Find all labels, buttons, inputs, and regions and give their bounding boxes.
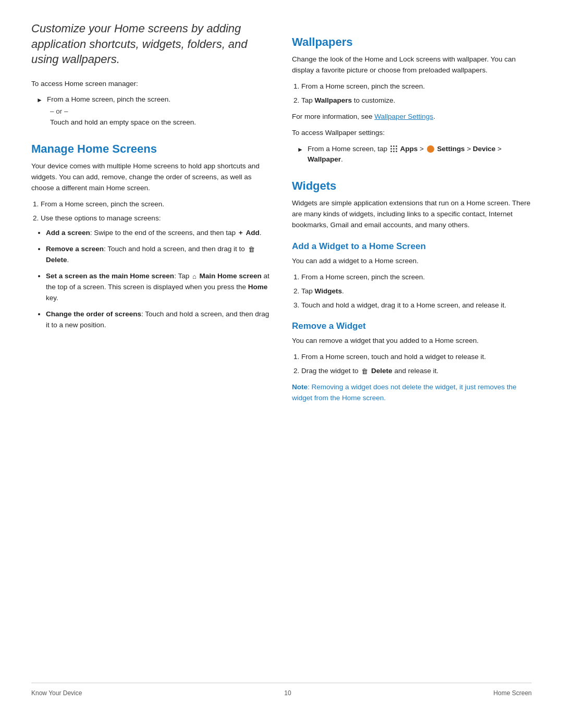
wallpapers-heading: Wallpapers bbox=[292, 35, 532, 49]
home-icon: ⌂ bbox=[192, 272, 197, 282]
plus-icon: + bbox=[239, 228, 243, 239]
remove-widget-step-1: From a Home screen, touch and hold a wid… bbox=[301, 352, 532, 363]
wallpapers-body: Change the look of the Home and Lock scr… bbox=[292, 54, 532, 76]
add-widget-step2-bold: Widgets bbox=[315, 287, 342, 295]
wallpapers-steps: From a Home screen, pinch the screen. Ta… bbox=[301, 81, 532, 106]
bullet-set-main: Set a screen as the main Home screen: Ta… bbox=[46, 271, 271, 304]
more-info-prefix: For more information, see bbox=[292, 113, 374, 120]
intro-title: Customize your Home screens by adding ap… bbox=[31, 21, 271, 67]
bullet-add-screen: Add a screen: Swipe to the end of the sc… bbox=[46, 228, 271, 239]
page: Customize your Home screens by adding ap… bbox=[0, 0, 563, 728]
bullet-set-label: Set a screen as the main Home screen bbox=[46, 272, 174, 280]
wallpapers-step-1: From a Home screen, pinch the screen. bbox=[301, 81, 532, 92]
add-widget-step-3: Touch and hold a widget, drag it to a Ho… bbox=[301, 300, 532, 311]
left-column: Customize your Home screens by adding ap… bbox=[31, 21, 271, 662]
intro-step1-text: From a Home screen, pinch the screen. bbox=[47, 94, 170, 105]
wallpapers-step2-bold: Wallpapers bbox=[315, 96, 352, 104]
arrow-icon: ► bbox=[36, 95, 43, 105]
wallpaper-bold: Wallpaper bbox=[308, 155, 341, 163]
manage-heading: Manage Home Screens bbox=[31, 142, 271, 156]
bullet-remove-screen: Remove a screen: Touch and hold a screen… bbox=[46, 244, 271, 266]
bullet-add-label: Add a screen bbox=[46, 229, 90, 237]
bullet-remove-label: Remove a screen bbox=[46, 245, 104, 253]
footer-left: Know Your Device bbox=[31, 689, 82, 697]
widgets-body: Widgets are simple application extension… bbox=[292, 198, 532, 231]
add-widget-steps: From a Home screen, pinch the screen. Ta… bbox=[301, 272, 532, 311]
footer: Know Your Device 10 Home Screen bbox=[31, 683, 532, 697]
note-body: : Removing a widget does not delete the … bbox=[292, 383, 517, 401]
content-area: Customize your Home screens by adding ap… bbox=[31, 21, 532, 662]
wallpaper-settings-link[interactable]: Wallpaper Settings bbox=[374, 113, 433, 120]
wallpapers-access-text: From a Home screen, tap Apps > Settings … bbox=[308, 144, 532, 165]
manage-step-2: Use these options to manage screens: bbox=[41, 213, 271, 224]
bullet-change-order: Change the order of screens: Touch and h… bbox=[46, 309, 271, 331]
access-label: To access Home screen manager: bbox=[31, 79, 271, 89]
trash-icon: 🗑 bbox=[248, 244, 255, 255]
add-widget-step-2: Tap Widgets. bbox=[301, 286, 532, 297]
manage-steps-list: From a Home screen, pinch the screen. Us… bbox=[41, 199, 271, 224]
trash-icon-2: 🗑 bbox=[361, 366, 368, 377]
wallpapers-step-2: Tap Wallpapers to customize. bbox=[301, 95, 532, 106]
remove-widget-heading: Remove a Widget bbox=[292, 321, 532, 331]
bullet-home-bold: Home bbox=[248, 283, 268, 291]
wallpapers-more-info: For more information, see Wallpaper Sett… bbox=[292, 112, 532, 122]
bullet-main-bold: Main Home screen bbox=[200, 272, 262, 280]
settings-bold: Settings bbox=[437, 145, 464, 153]
or-text: – or – bbox=[50, 107, 271, 115]
wallpapers-access-step: ► From a Home screen, tap Apps > Setting… bbox=[297, 144, 532, 165]
remove-delete-bold: Delete bbox=[371, 367, 393, 375]
note-bold: Note bbox=[292, 383, 308, 391]
manage-bullets: Add a screen: Swipe to the end of the sc… bbox=[46, 228, 271, 330]
add-widget-step-1: From a Home screen, pinch the screen. bbox=[301, 272, 532, 283]
manage-step-1: From a Home screen, pinch the screen. bbox=[41, 199, 271, 210]
bullet-remove-bold: Delete bbox=[46, 256, 67, 264]
bullet-order-label: Change the order of screens bbox=[46, 310, 141, 318]
apps-bold: Apps bbox=[400, 145, 418, 153]
device-bold: Device bbox=[473, 145, 496, 153]
settings-circle-icon bbox=[427, 145, 434, 153]
intro-step2-text: Touch and hold an empty space on the scr… bbox=[50, 117, 271, 128]
manage-body: Your device comes with multiple Home scr… bbox=[31, 161, 271, 194]
footer-page-number: 10 bbox=[284, 689, 291, 697]
remove-widget-step-2: Drag the widget to 🗑 Delete and release … bbox=[301, 366, 532, 377]
footer-right: Home Screen bbox=[494, 689, 532, 697]
more-info-suffix: . bbox=[433, 113, 435, 120]
widgets-heading: Widgets bbox=[292, 179, 532, 193]
wallpapers-access-label: To access Wallpaper settings: bbox=[292, 128, 532, 139]
bullet-add-bold: Add bbox=[246, 229, 259, 237]
arrow-icon-2: ► bbox=[297, 145, 303, 154]
right-column: Wallpapers Change the look of the Home a… bbox=[292, 21, 532, 662]
add-widget-body: You can add a widget to a Home screen. bbox=[292, 256, 532, 267]
add-widget-heading: Add a Widget to a Home Screen bbox=[292, 241, 532, 252]
intro-step1: ► From a Home screen, pinch the screen. bbox=[36, 94, 271, 105]
remove-widget-steps: From a Home screen, touch and hold a wid… bbox=[301, 352, 532, 377]
note-text: Note: Removing a widget does not delete … bbox=[292, 382, 532, 403]
apps-grid-icon bbox=[390, 145, 397, 152]
remove-widget-body: You can remove a widget that you added t… bbox=[292, 336, 532, 347]
